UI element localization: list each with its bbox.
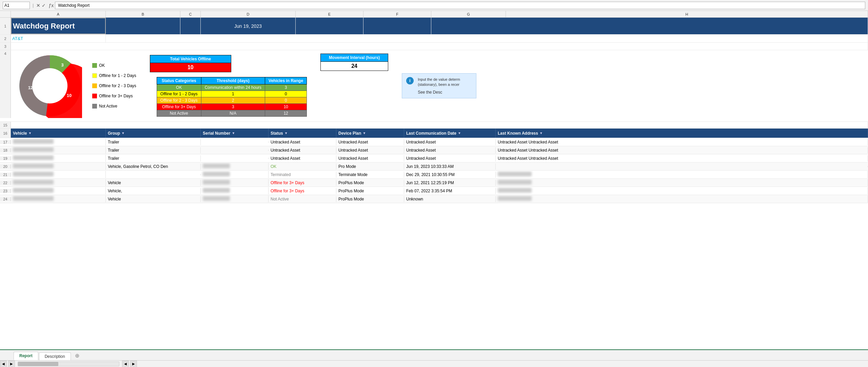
device-cell: Pro Mode <box>336 163 404 170</box>
cancel-icon[interactable]: ✕ <box>36 3 40 8</box>
row1-b <box>106 18 180 34</box>
filter-device-icon[interactable]: ▼ <box>362 131 366 135</box>
movement-interval-header: Movement Interval (hours) <box>320 54 388 62</box>
lastaddr-cell <box>496 187 868 194</box>
data-rows-container: 17 Trailer Untracked Asset Untracked Ass… <box>0 138 868 203</box>
table-row: 22 Vehicle Offline for 3+ Days ProPlus M… <box>0 179 868 187</box>
row-num-19: 19 <box>0 156 11 160</box>
threshold-col-header: Threshold (days) <box>201 77 265 84</box>
group-cell: Trailer <box>106 155 201 161</box>
status-2-3: Offline for 2 - 3 Days <box>157 97 201 104</box>
vehicle-cell <box>11 138 106 146</box>
group-cell: Trailer <box>106 147 201 153</box>
filter-group-icon[interactable]: ▼ <box>121 131 125 135</box>
threshold-na: N/A <box>201 110 265 117</box>
threshold-3plus: 3 <box>201 104 265 110</box>
status-cell: Untracked Asset <box>269 155 336 161</box>
col-header-A[interactable]: A <box>11 11 106 17</box>
row3-empty <box>11 43 868 50</box>
table-row: 17 Trailer Untracked Asset Untracked Ass… <box>0 138 868 146</box>
device-cell: ProPlus Mode <box>336 188 404 194</box>
row-3-num: 3 <box>0 43 11 50</box>
status-ok: OK <box>157 84 201 91</box>
device-cell: ProPlus Mode <box>336 196 404 202</box>
confirm-icon[interactable]: ✓ <box>42 3 46 8</box>
row-num-20: 20 <box>0 165 11 169</box>
lastcomm-cell: Feb 07, 2022 3:35:54 PM <box>404 188 496 194</box>
vehicles-na: 12 <box>265 110 307 117</box>
status-1-2: Offline for 1 - 2 Days <box>157 91 201 97</box>
data-header-status[interactable]: Status ▼ <box>269 129 336 138</box>
filter-serial-icon[interactable]: ▼ <box>232 131 235 135</box>
filter-lastaddr-icon[interactable]: ▼ <box>539 131 543 135</box>
data-header-vehicle[interactable]: Vehicle ▼ <box>11 129 106 138</box>
chart-legend: OK Offline for 1 - 2 Days Offline for 2 … <box>92 63 136 109</box>
movement-interval-value: 24 <box>320 62 388 71</box>
data-header-group[interactable]: Group ▼ <box>106 129 201 138</box>
row-num-23: 23 <box>0 189 11 193</box>
col-header-H[interactable]: H <box>506 11 868 17</box>
vehicle-cell <box>11 195 106 202</box>
filter-lastcomm-icon[interactable]: ▼ <box>458 131 461 135</box>
info-box: i Input the de value determ (stationary)… <box>402 73 476 99</box>
data-header-device[interactable]: Device Plan ▼ <box>336 129 404 138</box>
status-cell: Offline for 3+ Days <box>269 188 336 194</box>
row2-rest <box>106 35 868 42</box>
status-col-header: Status Categories <box>157 77 201 84</box>
group-cell <box>106 174 201 175</box>
row1-f <box>363 18 431 34</box>
lastcomm-cell: Jun 19, 2023 10:33:33 AM <box>404 163 496 170</box>
total-vehicles-block: Total Vehicles Offline 10 <box>150 55 231 72</box>
table-row: 18 Trailer Untracked Asset Untracked Ass… <box>0 146 868 154</box>
lastcomm-cell: Dec 29, 2021 10:30:55 PM <box>404 172 496 178</box>
vehicle-cell <box>11 179 106 186</box>
serial-cell <box>201 163 269 170</box>
device-cell: ProPlus Mode <box>336 180 404 186</box>
col-header-C[interactable]: C <box>180 11 201 17</box>
data-header-lastcomm[interactable]: Last Communication Date ▼ <box>404 129 496 138</box>
row-num-21: 21 <box>0 173 11 177</box>
col-header-F[interactable]: F <box>363 11 431 17</box>
vehicles-ok: 3 <box>265 84 307 91</box>
function-icon[interactable]: ƒx <box>48 3 54 8</box>
status-cell: Offline for 3+ Days <box>269 180 336 186</box>
name-box[interactable]: A1 <box>3 2 30 9</box>
lastaddr-cell <box>496 171 868 178</box>
group-cell: Vehicle <box>106 180 201 186</box>
row-num-22: 22 <box>0 181 11 185</box>
movement-interval-block: Movement Interval (hours) 24 <box>320 54 388 71</box>
row-1-num: 1 <box>0 18 11 34</box>
threshold-1-2: 1 <box>201 91 265 97</box>
col-header-D[interactable]: D <box>201 11 296 17</box>
lastaddr-cell: Untracked Asset Untracked Asset <box>496 147 868 153</box>
group-cell: Trailer <box>106 139 201 145</box>
row-num-18: 18 <box>0 148 11 152</box>
col-header-G[interactable]: G <box>431 11 506 17</box>
lastcomm-cell: Untracked Asset <box>404 139 496 145</box>
row-4-num: 4 <box>0 50 11 118</box>
col-header-E[interactable]: E <box>296 11 363 17</box>
serial-cell <box>201 171 269 178</box>
title-cell[interactable]: Watchdog Report <box>11 18 106 34</box>
row-2-num: 2 <box>0 35 11 42</box>
vehicle-cell <box>11 163 106 170</box>
data-header-serial[interactable]: Serial Number ▼ <box>201 129 269 138</box>
vehicles-1-2: 0 <box>265 91 307 97</box>
svg-point-4 <box>32 68 67 103</box>
row-16-num: 16 <box>0 129 11 138</box>
svg-text:12: 12 <box>28 85 33 90</box>
device-cell: Untracked Asset <box>336 147 404 153</box>
status-3plus: Offline for 3+ Days <box>157 104 201 110</box>
vehicles-3plus: 10 <box>265 104 307 110</box>
lastcomm-cell: Untracked Asset <box>404 155 496 161</box>
status-na: Not Active <box>157 110 201 117</box>
lastcomm-cell: Unknown <box>404 196 496 202</box>
vehicle-cell <box>11 155 106 162</box>
filter-status-icon[interactable]: ▼ <box>284 131 288 135</box>
filter-vehicle-icon[interactable]: ▼ <box>28 131 32 135</box>
serial-cell <box>201 179 269 186</box>
data-header-lastaddr[interactable]: Last Known Address ▼ <box>496 129 868 138</box>
col-header-B[interactable]: B <box>106 11 180 17</box>
threshold-ok: Communication within 24 hours <box>201 84 265 91</box>
formula-input[interactable]: Watchdog Report <box>55 2 865 9</box>
